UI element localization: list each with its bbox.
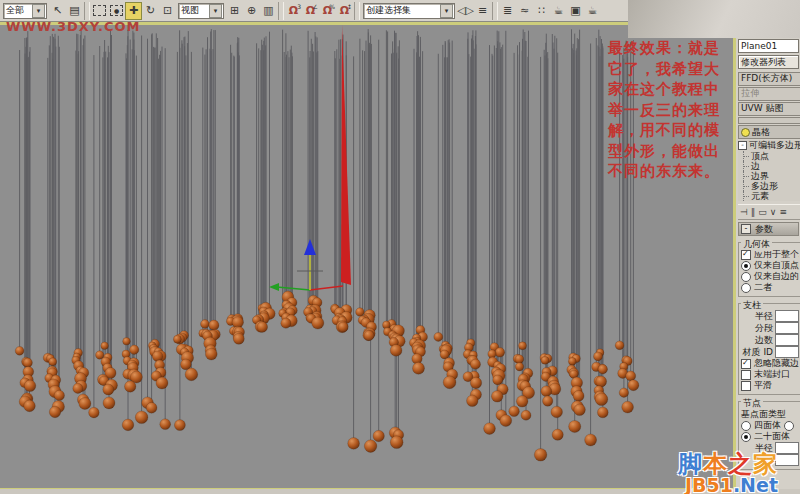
- pin-stack-icon[interactable]: ⊣: [740, 207, 748, 217]
- watermark-site-url: JB51.Net: [678, 476, 778, 494]
- pivot-icon[interactable]: ▥: [260, 2, 277, 20]
- material-editor-icon[interactable]: ∷: [533, 2, 550, 20]
- subobject-border[interactable]: 边界: [738, 171, 800, 181]
- align-icon[interactable]: ≡: [474, 2, 491, 20]
- strut-sides-field[interactable]: 边数: [741, 334, 799, 346]
- chevron-down-icon[interactable]: ▾: [440, 4, 453, 18]
- joint-segments-spinner[interactable]: [775, 454, 799, 466]
- show-end-result-icon[interactable]: ∥: [751, 207, 756, 217]
- stack-item-partial[interactable]: [738, 117, 800, 124]
- subobject-element[interactable]: 元素: [738, 191, 800, 201]
- layer-manager-icon[interactable]: ≣: [499, 2, 516, 20]
- rendered-frame-icon[interactable]: ▣: [567, 2, 584, 20]
- lightbulb-icon[interactable]: [741, 128, 750, 137]
- toolbar-separator: [354, 2, 360, 20]
- radius-spinner[interactable]: [775, 310, 799, 322]
- material-id-spinner[interactable]: [775, 346, 799, 358]
- render-setup-icon[interactable]: ☕: [550, 2, 567, 20]
- make-unique-icon[interactable]: ▭: [758, 207, 767, 217]
- radio-icon[interactable]: [741, 261, 751, 271]
- annotation-line: 型外形，能做出: [608, 141, 740, 162]
- radio-icon[interactable]: [784, 421, 794, 431]
- chevron-down-icon[interactable]: ▾: [209, 4, 222, 18]
- annotation-line: 它了，我希望大: [608, 59, 740, 80]
- rotate-tool-icon[interactable]: ↻: [142, 2, 159, 20]
- checkbox-icon[interactable]: [741, 359, 751, 369]
- segments-spinner[interactable]: [775, 322, 799, 334]
- editable-poly-label: 可编辑多边形: [749, 140, 800, 151]
- checkbox-icon[interactable]: [741, 370, 751, 380]
- rollout-title: 参数: [755, 223, 773, 236]
- reference-coordinate-combo[interactable]: 视图▾: [178, 3, 224, 19]
- stack-item-stretch[interactable]: 拉伸: [738, 87, 800, 101]
- tetra-radio[interactable]: 四面体: [741, 420, 799, 431]
- stack-toolbar: ⊣ ∥ ▭ ∨ ≡: [738, 204, 800, 220]
- annotation-line: 解，用不同的模: [608, 120, 740, 141]
- remove-modifier-icon[interactable]: ∨: [770, 207, 777, 217]
- curve-editor-icon[interactable]: ≈: [516, 2, 533, 20]
- quick-render-icon[interactable]: ☕: [584, 2, 601, 20]
- watermark-site-name: 脚本之家: [678, 452, 778, 476]
- toolbar-separator: [492, 2, 498, 20]
- subobject-edge[interactable]: 边: [738, 161, 800, 171]
- joints-from-vertices-radio[interactable]: 仅来自顶点的节点: [741, 260, 799, 271]
- subobject-vertex[interactable]: 顶点: [738, 151, 800, 161]
- named-selection-set-combo[interactable]: 创建选择集▾: [363, 3, 455, 19]
- toolbar-separator: [84, 2, 90, 20]
- stack-item-lattice-label: 晶格: [752, 127, 770, 138]
- watermark-jb51: 脚本之家 JB51.Net: [678, 452, 778, 494]
- spinner-snap-icon[interactable]: Ω↕: [336, 2, 353, 20]
- smooth-checkbox[interactable]: 平滑: [741, 380, 799, 391]
- radio-icon[interactable]: [741, 421, 751, 431]
- subobject-polygon[interactable]: 多边形: [738, 181, 800, 191]
- tutorial-annotation: 最终效果：就是 它了，我希望大 家在这个教程中 举一反三的来理 解，用不同的模 …: [608, 38, 740, 182]
- toolbar-separator: [278, 2, 284, 20]
- radio-icon[interactable]: [741, 432, 751, 442]
- select-by-name-icon[interactable]: ▤: [66, 2, 83, 20]
- strut-segments-field[interactable]: 分段: [741, 322, 799, 334]
- stack-item-editable-poly[interactable]: - 可编辑多边形: [738, 140, 800, 151]
- rect-select-icon[interactable]: [91, 2, 108, 20]
- geometry-group: 几何体 应用于整个对象 仅来自顶点的节点 仅来自边的支柱 二者: [738, 242, 800, 297]
- selection-filter-combo[interactable]: 全部▾: [3, 3, 47, 19]
- use-center-icon[interactable]: ⊞: [226, 2, 243, 20]
- struts-from-edges-radio[interactable]: 仅来自边的支柱: [741, 271, 799, 282]
- checkbox-icon[interactable]: [741, 381, 751, 391]
- strut-material-field[interactable]: 材质 ID: [741, 346, 799, 358]
- sides-spinner[interactable]: [775, 334, 799, 346]
- mirror-icon[interactable]: ◁▷: [457, 2, 474, 20]
- circle-select-icon[interactable]: ●: [108, 2, 125, 20]
- command-panel: Plane01 修改器列表 FFD(长方体) 拉伸 UVW 贴图 晶格 - 可编…: [736, 38, 800, 489]
- watermark-3dxy: WWW.3DXY.COM: [6, 19, 140, 34]
- object-name-field[interactable]: Plane01: [738, 39, 799, 53]
- configure-icon[interactable]: ≡: [779, 207, 787, 217]
- angle-snap-icon[interactable]: Ω∠: [302, 2, 319, 20]
- stack-item-ffd[interactable]: FFD(长方体): [738, 72, 800, 86]
- snap-toggle-icon[interactable]: Ω3: [285, 2, 302, 20]
- manipulate-icon[interactable]: ⊕: [243, 2, 260, 20]
- panel-header-block: [628, 0, 800, 38]
- struts-group: 支柱 半径 分段 边数 材质 ID 忽略隐藏边 末端封口 平滑: [738, 303, 800, 395]
- percent-snap-icon[interactable]: Ω%: [319, 2, 336, 20]
- chevron-down-icon[interactable]: ▾: [32, 4, 45, 18]
- annotation-line: 不同的东东来。: [608, 161, 740, 182]
- scale-tool-icon[interactable]: ⊡: [159, 2, 176, 20]
- select-cursor-icon[interactable]: ↖: [49, 2, 66, 20]
- radio-icon[interactable]: [741, 272, 751, 282]
- icosa-radio[interactable]: 二十面体: [741, 431, 799, 442]
- struts-group-title: 支柱: [741, 299, 763, 312]
- ignore-hidden-edges-checkbox[interactable]: 忽略隐藏边: [741, 358, 799, 369]
- joints-group-title: 节点: [741, 397, 763, 410]
- parameters-rollout-header[interactable]: - 参数: [738, 222, 799, 236]
- stack-item-lattice[interactable]: 晶格: [738, 125, 800, 139]
- both-radio[interactable]: 二者: [741, 282, 799, 293]
- annotation-line: 举一反三的来理: [608, 100, 740, 121]
- move-tool-icon[interactable]: ✚: [125, 2, 142, 20]
- end-caps-checkbox[interactable]: 末端封口: [741, 369, 799, 380]
- radio-icon[interactable]: [741, 283, 751, 293]
- rollout-collapse-icon[interactable]: -: [741, 224, 751, 234]
- modifier-list-dropdown[interactable]: 修改器列表: [738, 55, 799, 69]
- stack-item-uvw-map[interactable]: UVW 贴图: [738, 102, 800, 116]
- joint-radius-spinner[interactable]: [775, 442, 799, 454]
- checkbox-icon[interactable]: [741, 250, 751, 260]
